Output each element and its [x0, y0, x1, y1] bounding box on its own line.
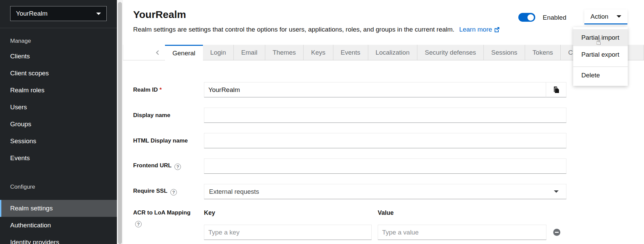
required-asterisk: * [160, 87, 162, 93]
frontend-url-label: Frontend URL? [133, 162, 204, 170]
realm-id-label-text: Realm ID [133, 87, 158, 93]
page-title: YourRealm [133, 9, 186, 20]
require-ssl-label: Require SSL? [133, 188, 204, 195]
caret-down-icon [617, 15, 621, 18]
tab-security-defenses[interactable]: Security defenses [417, 45, 484, 60]
sidebar-item-realm-roles[interactable]: Realm roles [0, 82, 117, 99]
acr-loa-label: ACR to LoA Mapping [133, 209, 204, 216]
frontend-url-label-text: Frontend URL [133, 162, 171, 169]
key-column-header: Key [204, 209, 372, 217]
require-ssl-label-text: Require SSL [133, 188, 167, 194]
general-settings-form: Realm ID* Display name HTML Display name [133, 82, 566, 240]
action-dropdown-button[interactable]: Action [584, 10, 627, 24]
page-description-text: Realm settings are settings that control… [133, 26, 454, 33]
acr-value-input[interactable] [378, 225, 546, 240]
learn-more-link[interactable]: Learn more [459, 26, 499, 33]
main-content: YourRealm Realm settings are settings th… [123, 0, 644, 244]
tab-keys[interactable]: Keys [304, 45, 333, 60]
realm-id-row: Realm ID* [133, 82, 566, 97]
tab-login[interactable]: Login [203, 45, 234, 60]
vertical-scrollbar [117, 0, 123, 244]
tabs-leading-area [123, 45, 165, 60]
tabs-scroll-left-button[interactable] [155, 50, 160, 56]
tab-events[interactable]: Events [333, 45, 368, 60]
menu-item-delete[interactable]: Delete [573, 67, 628, 84]
realm-selector-label: YourRealm [16, 10, 47, 17]
chevron-down-icon [96, 13, 101, 15]
realm-id-label: Realm ID* [133, 87, 204, 93]
require-ssl-selected-value: External requests [209, 188, 259, 195]
sidebar-item-events[interactable]: Events [0, 150, 117, 167]
realm-selector-dropdown[interactable]: YourRealm [10, 6, 107, 21]
minus-circle-icon[interactable] [553, 229, 560, 236]
display-name-input[interactable] [204, 108, 566, 123]
acr-key-input[interactable] [204, 225, 372, 240]
display-name-row: Display name [133, 108, 566, 123]
learn-more-label: Learn more [459, 26, 492, 33]
copy-to-clipboard-button[interactable] [546, 82, 566, 97]
html-display-name-row: HTML Display name [133, 133, 566, 148]
html-display-name-label: HTML Display name [133, 137, 204, 144]
sidebar-item-groups[interactable]: Groups [0, 116, 117, 133]
action-button-label: Action [590, 13, 608, 20]
enabled-label: Enabled [543, 14, 566, 21]
sidebar-item-client-scopes[interactable]: Client scopes [0, 65, 117, 82]
sidebar-item-identity-providers[interactable]: Identity providers [0, 234, 117, 244]
scrollbar-thumb[interactable] [118, 2, 122, 244]
toggle-knob [527, 14, 534, 21]
sidebar-item-users[interactable]: Users [0, 99, 117, 116]
html-display-name-input[interactable] [204, 133, 566, 148]
sidebar-item-sessions[interactable]: Sessions [0, 133, 117, 150]
require-ssl-row: Require SSL? External requests [133, 184, 566, 199]
sidebar-item-realm-settings[interactable]: Realm settings [0, 200, 117, 217]
nav-section-manage: Manage [0, 28, 117, 48]
caret-down-icon [554, 190, 559, 193]
sidebar-nav: Manage Clients Client scopes Realm roles… [0, 28, 117, 244]
help-icon[interactable]: ? [135, 221, 142, 227]
help-icon[interactable]: ? [170, 189, 177, 195]
action-dropdown-menu: Partial import Partial export Delete [573, 27, 628, 86]
copy-icon [553, 86, 560, 94]
acr-loa-mapping-row: ACR to LoA Mapping ? Key Value [133, 209, 566, 240]
tab-localization[interactable]: Localization [368, 45, 417, 60]
sidebar-item-clients[interactable]: Clients [0, 48, 117, 65]
page-description: Realm settings are settings that control… [133, 26, 500, 34]
value-column-header: Value [378, 209, 546, 217]
tab-email[interactable]: Email [234, 45, 265, 60]
menu-item-partial-export[interactable]: Partial export [573, 46, 628, 63]
help-icon[interactable]: ? [174, 164, 181, 170]
tab-themes[interactable]: Themes [265, 45, 304, 60]
nav-section-configure: Configure [0, 167, 117, 200]
realm-id-input[interactable] [204, 82, 546, 97]
frontend-url-row: Frontend URL? [133, 158, 566, 174]
tab-general[interactable]: General [165, 45, 203, 60]
enabled-toggle[interactable] [518, 13, 535, 22]
tab-sessions[interactable]: Sessions [484, 45, 525, 60]
external-link-icon [494, 26, 500, 34]
mouse-pointer-icon: ☝ [596, 37, 601, 47]
angle-left-icon [155, 50, 160, 56]
sidebar: YourRealm Manage Clients Client scopes R… [0, 0, 117, 244]
frontend-url-input[interactable] [204, 158, 566, 174]
tab-tokens[interactable]: Tokens [525, 45, 561, 60]
sidebar-item-authentication[interactable]: Authentication [0, 217, 117, 234]
tabs-bar: General Login Email Themes Keys Events L… [123, 45, 644, 60]
require-ssl-select[interactable]: External requests [204, 184, 566, 199]
display-name-label: Display name [133, 112, 204, 119]
